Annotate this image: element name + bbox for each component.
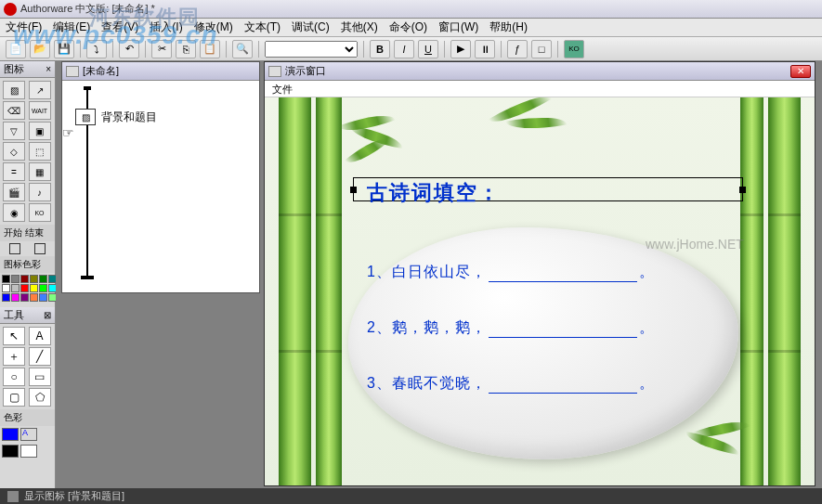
copy-button[interactable]: ⎘: [176, 40, 196, 58]
line-tool[interactable]: ＋: [3, 347, 25, 366]
left-panel: 图标 × ▨ ↗ ⌫ WAIT ▽ ▣ ◇ ⬚ = ▦ 🎬 ♪ ◉ KO 开始 …: [0, 61, 56, 488]
italic-button[interactable]: I: [394, 40, 414, 58]
flowline-title[interactable]: [未命名]: [62, 62, 259, 81]
sound-icon[interactable]: ♪: [29, 183, 51, 201]
blank-input[interactable]: [489, 267, 637, 282]
motion-icon[interactable]: ↗: [29, 81, 51, 99]
resize-handle[interactable]: [350, 187, 357, 193]
fill-color[interactable]: A: [20, 428, 37, 441]
menu-help[interactable]: 帮助(H): [489, 19, 528, 35]
text-tool[interactable]: A: [29, 327, 51, 345]
color-swatch[interactable]: [20, 284, 29, 292]
end-flag[interactable]: [34, 243, 46, 254]
color-swatch[interactable]: [11, 284, 20, 292]
run-button[interactable]: ▶: [450, 40, 471, 58]
color-swatch[interactable]: [39, 275, 47, 283]
cut-button[interactable]: ✂: [151, 40, 172, 58]
display-icon[interactable]: ▨: [3, 81, 25, 99]
fg-color[interactable]: [2, 445, 19, 458]
poem-line-3[interactable]: 3、春眠不觉晓，。: [367, 374, 655, 394]
save-button[interactable]: 💾: [54, 40, 74, 58]
map-icon[interactable]: ▦: [29, 162, 51, 181]
poem-title[interactable]: 古诗词填空：: [367, 179, 501, 207]
close-icon[interactable]: ×: [46, 64, 51, 74]
erase-icon[interactable]: ⌫: [3, 101, 25, 120]
resize-handle[interactable]: [739, 187, 746, 193]
color-swatch[interactable]: [20, 293, 29, 302]
blank-input[interactable]: [489, 379, 637, 394]
color-swatch[interactable]: [39, 293, 47, 302]
menu-file[interactable]: 文件(F): [6, 19, 42, 35]
pointer-tool[interactable]: ↖: [3, 327, 25, 345]
undo-button[interactable]: ↶: [119, 40, 139, 58]
presentation-title[interactable]: 演示窗口 ✕: [265, 62, 815, 81]
close-icon[interactable]: ⊠: [44, 310, 51, 320]
poem-line-2[interactable]: 2、鹅，鹅，鹅，。: [367, 318, 655, 338]
bg-color[interactable]: [20, 445, 37, 458]
blank-input[interactable]: [489, 323, 637, 338]
color-swatch[interactable]: [20, 275, 29, 283]
interaction-icon[interactable]: ⬚: [29, 142, 51, 161]
color-swatch[interactable]: [2, 275, 10, 283]
file-menu[interactable]: 文件: [272, 84, 293, 95]
var-button[interactable]: □: [531, 40, 552, 58]
workspace: [未命名] ☞ ▨ 背景和题目 演示窗口 ✕ 文件: [56, 61, 822, 488]
bold-button[interactable]: B: [370, 40, 390, 58]
title-text: Authorware 中文版: [未命名] *: [20, 2, 155, 16]
color-swatch[interactable]: [30, 275, 38, 283]
func-button[interactable]: ƒ: [507, 40, 528, 58]
icon-color-palette[interactable]: [0, 273, 55, 304]
menu-debug[interactable]: 调试(C): [292, 19, 330, 35]
color-swatch[interactable]: [11, 275, 20, 283]
diag-tool[interactable]: ╱: [29, 347, 51, 366]
wait-icon[interactable]: WAIT: [29, 101, 51, 120]
oval-tool[interactable]: ○: [3, 368, 25, 386]
pen-color[interactable]: [2, 428, 19, 441]
framework-icon[interactable]: ▣: [29, 122, 51, 140]
open-button[interactable]: 📂: [30, 40, 50, 58]
menu-other[interactable]: 其他(X): [341, 19, 378, 35]
menu-modify[interactable]: 修改(M): [194, 19, 233, 35]
poem-line-1[interactable]: 1、白日依山尽，。: [367, 263, 655, 282]
flow-item-display[interactable]: ▨ 背景和题目: [75, 109, 157, 125]
menu-edit[interactable]: 编辑(E): [53, 19, 90, 35]
toolbar: 📄 📂 💾 ⤵ ↶ ✂ ⎘ 📋 🔍 B I U ▶ ⏸ ƒ □ KO: [0, 37, 822, 61]
icons-panel-header: 图标 ×: [0, 61, 55, 78]
start-end-label: 开始 结束: [0, 225, 55, 241]
new-button[interactable]: 📄: [6, 40, 26, 58]
flowline-window[interactable]: [未命名] ☞ ▨ 背景和题目: [61, 61, 260, 293]
color-swatch[interactable]: [30, 284, 38, 292]
color-swatch[interactable]: [11, 293, 20, 302]
decision-icon[interactable]: ◇: [3, 142, 25, 161]
ko-button[interactable]: KO: [564, 40, 584, 58]
dvd-icon[interactable]: ◉: [3, 203, 25, 222]
movie-icon[interactable]: 🎬: [3, 183, 25, 201]
color-swatch[interactable]: [39, 284, 47, 292]
nav-icon[interactable]: ▽: [3, 122, 25, 140]
menu-command[interactable]: 命令(O): [389, 19, 427, 35]
import-button[interactable]: ⤵: [86, 40, 107, 58]
close-button[interactable]: ✕: [790, 65, 811, 78]
color-label: 色彩: [0, 409, 55, 426]
calc-icon[interactable]: =: [3, 162, 25, 181]
rect-tool[interactable]: ▭: [29, 368, 51, 386]
menu-view[interactable]: 查看(V): [101, 19, 138, 35]
presentation-canvas[interactable]: www.jHome.NET 古诗词填空： 1、: [265, 97, 815, 485]
presentation-window[interactable]: 演示窗口 ✕ 文件 www.jHome.NET: [264, 61, 815, 486]
pause-button[interactable]: ⏸: [475, 40, 495, 58]
menu-text[interactable]: 文本(T): [244, 19, 281, 35]
menu-insert[interactable]: 插入(I): [150, 19, 182, 35]
bamboo-decoration: [768, 97, 801, 485]
font-select[interactable]: [265, 41, 358, 58]
poly-tool[interactable]: ⬠: [29, 388, 51, 407]
paste-button[interactable]: 📋: [200, 40, 220, 58]
start-flag[interactable]: [9, 243, 20, 254]
color-swatch[interactable]: [2, 284, 10, 292]
ko-icon[interactable]: KO: [29, 203, 51, 222]
menu-window[interactable]: 窗口(W): [438, 19, 478, 35]
roundrect-tool[interactable]: ▢: [3, 388, 25, 407]
find-button[interactable]: 🔍: [232, 40, 253, 58]
color-swatch[interactable]: [2, 293, 10, 302]
color-swatch[interactable]: [30, 293, 38, 302]
underline-button[interactable]: U: [418, 40, 438, 58]
